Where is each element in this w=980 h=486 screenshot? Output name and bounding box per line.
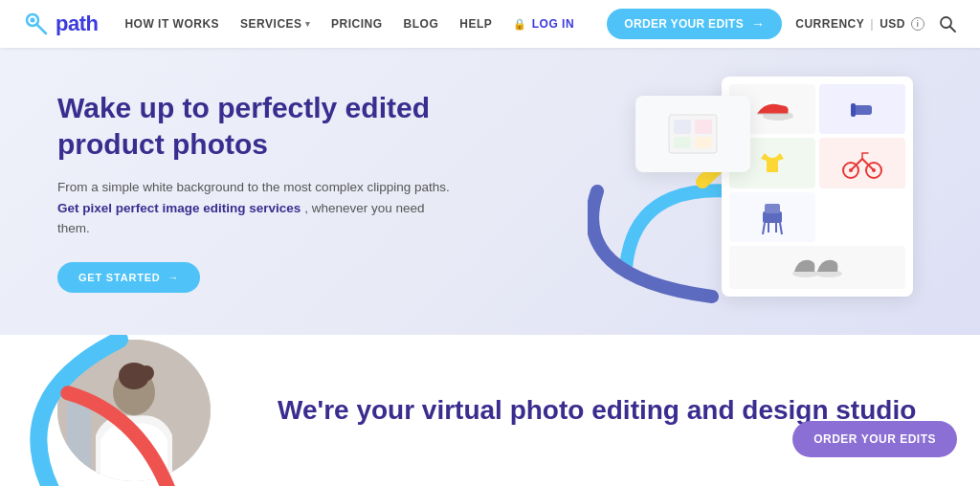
nav-how-it-works[interactable]: HOW IT WORKS	[124, 17, 219, 31]
mini-card-icon	[664, 110, 722, 158]
nav-login[interactable]: 🔒 LOG IN	[513, 17, 574, 31]
svg-point-11	[872, 168, 876, 172]
search-icon	[938, 14, 957, 33]
logo-text: path	[56, 11, 98, 36]
arc-purple-icon	[588, 182, 741, 306]
hero-section: Wake up to perfectly edited product phot…	[0, 48, 980, 335]
bottom-section: We're your virtual photo editing and des…	[0, 335, 980, 486]
bottom-image	[29, 335, 220, 486]
nav-services[interactable]: SERVICES ▾	[240, 17, 310, 31]
svg-line-4	[950, 27, 956, 33]
bottom-arc-pink-icon	[48, 383, 191, 486]
chair-icon	[755, 198, 790, 236]
product-boots	[729, 246, 905, 289]
product-card-mini	[635, 96, 750, 172]
boots-icon	[789, 253, 846, 281]
search-button[interactable]	[938, 14, 957, 33]
illustration-container	[559, 67, 942, 325]
svg-line-1	[37, 25, 47, 34]
navbar: path HOW IT WORKS SERVICES ▾ PRICING BLO…	[0, 0, 980, 48]
order-arrow-icon: →	[751, 16, 765, 32]
svg-rect-13	[765, 204, 780, 213]
svg-rect-22	[695, 120, 712, 134]
nav-links: HOW IT WORKS SERVICES ▾ PRICING BLOG HEL…	[124, 17, 607, 31]
nav-pricing[interactable]: PRICING	[331, 17, 383, 31]
svg-rect-21	[674, 120, 691, 134]
svg-line-14	[763, 223, 765, 234]
currency-value: USD	[880, 17, 905, 31]
nav-help[interactable]: HELP	[459, 17, 492, 31]
bike-icon	[841, 145, 883, 180]
product-skate	[819, 84, 905, 134]
currency-divider: |	[870, 17, 874, 31]
svg-rect-7	[851, 103, 856, 117]
svg-point-2	[31, 18, 35, 23]
order-edits-button[interactable]: ORDER YOUR EDITS →	[607, 9, 782, 39]
logo-icon	[23, 11, 50, 37]
currency-selector[interactable]: CURRENCY | USD i	[795, 17, 924, 31]
nav-right: ORDER YOUR EDITS → CURRENCY | USD i	[607, 9, 957, 39]
nav-blog[interactable]: BLOG	[404, 17, 439, 31]
skate-icon	[845, 92, 880, 126]
svg-point-10	[849, 168, 853, 172]
currency-info-icon[interactable]: i	[911, 17, 924, 31]
cta-arrow-icon: →	[168, 272, 180, 283]
logo[interactable]: path	[23, 11, 98, 37]
product-card-main	[722, 77, 913, 297]
shirt-icon	[755, 145, 790, 180]
hero-illustration	[559, 67, 942, 325]
svg-rect-23	[674, 137, 691, 148]
product-chair	[729, 192, 815, 242]
hero-title: Wake up to perfectly edited product phot…	[57, 90, 459, 162]
get-started-button[interactable]: GET STARTED →	[57, 262, 200, 293]
hero-description: From a simple white background to the mo…	[57, 177, 459, 239]
shoe-icon	[749, 95, 795, 123]
services-chevron-icon: ▾	[305, 19, 311, 29]
product-bike	[819, 138, 905, 188]
hero-content: Wake up to perfectly edited product phot…	[57, 90, 459, 293]
lock-icon: 🔒	[513, 18, 527, 31]
currency-label: CURRENCY	[795, 17, 864, 31]
svg-line-15	[780, 223, 782, 234]
bottom-order-button[interactable]: ORDER YOUR EDITS	[792, 421, 957, 457]
svg-rect-24	[695, 137, 712, 148]
